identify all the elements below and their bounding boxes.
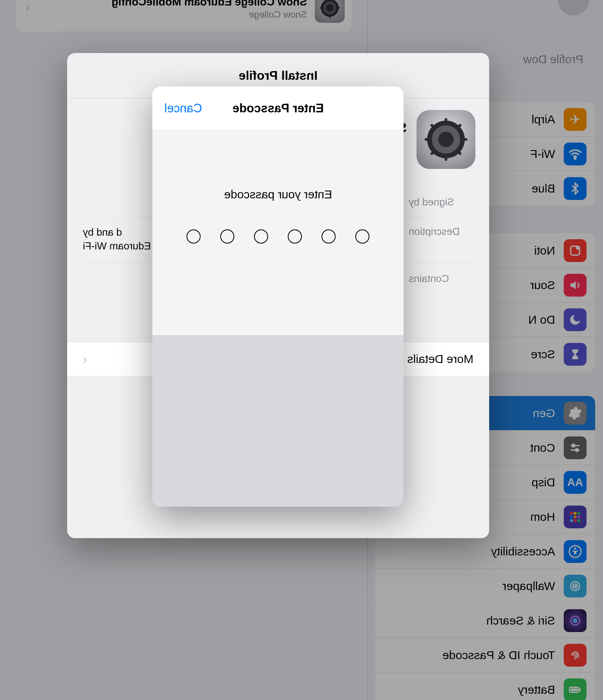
cancel-button[interactable]: Cancel [164, 101, 203, 115]
contains-label: Contains [399, 273, 475, 285]
more-details-label: More Details [407, 352, 473, 366]
svg-rect-38 [445, 118, 448, 124]
passcode-keypad-area[interactable] [153, 335, 404, 507]
svg-rect-40 [425, 138, 430, 141]
passcode-prompt: Enter your passcode [224, 188, 332, 201]
passcode-dot [322, 229, 336, 244]
sheet-title: Install Profile [239, 68, 318, 83]
svg-point-37 [439, 132, 454, 147]
passcode-dot [356, 229, 370, 244]
passcode-body: Enter your passcode [153, 131, 404, 335]
passcode-title: Enter Passcode [232, 101, 324, 115]
passcode-dot [288, 229, 302, 244]
chevron-right-icon: › [83, 352, 87, 367]
passcode-dots [187, 229, 370, 244]
svg-rect-41 [462, 138, 468, 141]
description-label: Description [399, 225, 475, 253]
passcode-dot [221, 229, 235, 244]
passcode-dot [254, 229, 269, 244]
passcode-dialog: Enter Passcode Cancel Enter your passcod… [153, 86, 404, 507]
svg-rect-39 [445, 156, 448, 161]
passcode-dot [187, 229, 201, 244]
profile-large-icon [417, 110, 475, 169]
passcode-header: Enter Passcode Cancel [153, 86, 404, 131]
signed-by-label: Signed by [399, 196, 475, 208]
